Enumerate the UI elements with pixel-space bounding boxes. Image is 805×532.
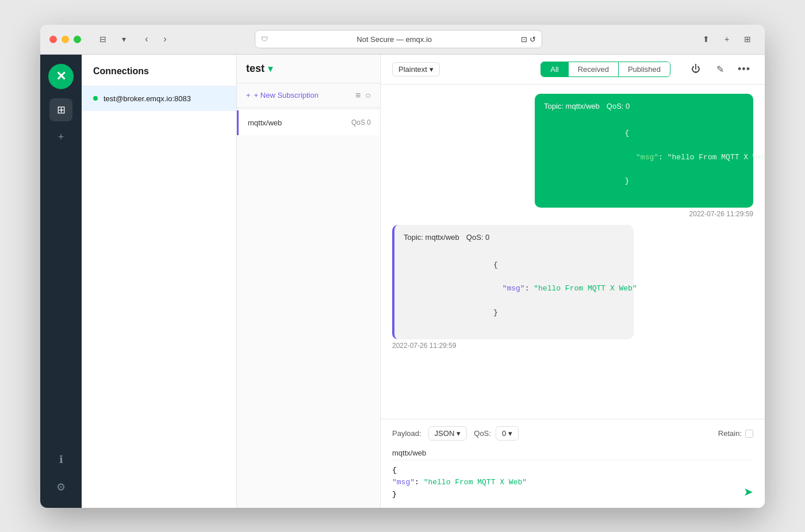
- message-area-actions: ⏻ ✎ •••: [687, 60, 753, 78]
- published-message-bubble: Topic: mqttx/web QoS: 0 { "msg": "hello …: [535, 94, 753, 208]
- message-area: Plaintext ▾ All Received Published: [381, 55, 765, 508]
- reload-icon[interactable]: ↺: [530, 35, 536, 44]
- received-topic: Topic: mqttx/web: [404, 233, 459, 242]
- compose-toolbar: Payload: JSON ▾ QoS: 0 ▾: [392, 426, 753, 441]
- published-topic: Topic: mqttx/web: [544, 102, 600, 110]
- connection-status-dot: [93, 96, 98, 101]
- shield-icon: 🛡: [261, 35, 268, 43]
- sidebar-toggle-chevron-button[interactable]: ▾: [116, 31, 132, 47]
- connection-item[interactable]: test@broker.emqx.io:8083: [82, 86, 236, 111]
- format-chevron-icon: ▾: [430, 65, 434, 74]
- main-content: ✕ ⊞ + ℹ ⚙ Connections test: [40, 55, 765, 508]
- app-logo[interactable]: ✕: [48, 64, 74, 89]
- sub-toolbar-icons: ≡ ○: [355, 90, 371, 101]
- share-button[interactable]: ⬆: [698, 31, 714, 47]
- qos-value: 0: [502, 429, 506, 438]
- filter-tab-published[interactable]: Published: [619, 62, 670, 76]
- power-button[interactable]: ⏻: [687, 60, 705, 78]
- new-tab-button[interactable]: +: [719, 31, 735, 47]
- filter-tab-received[interactable]: Received: [569, 62, 619, 76]
- minimize-button[interactable]: [62, 36, 69, 43]
- subscriptions-panel: test ▾ + + New Subscription ≡ ○: [237, 55, 381, 508]
- more-button[interactable]: •••: [735, 60, 753, 78]
- retain-label-text: Retain:: [718, 429, 742, 438]
- titlebar-controls: ⊟ ▾: [95, 31, 132, 47]
- sidebar-toggle-icon: ⊟: [99, 35, 106, 44]
- send-button[interactable]: ➤: [743, 485, 753, 499]
- received-message: Topic: mqttx/web QoS: 0 { "msg": "hello …: [392, 225, 753, 350]
- forward-button[interactable]: ›: [157, 31, 173, 47]
- sidebar-item-settings[interactable]: ⚙: [49, 476, 72, 499]
- subscription-item[interactable]: mqttx/web QoS 0: [237, 110, 380, 135]
- payload-format-value: JSON: [435, 429, 455, 438]
- close-button[interactable]: [49, 36, 57, 43]
- settings-icon: ⚙: [56, 481, 66, 493]
- list-filter-icon[interactable]: ≡: [355, 90, 361, 101]
- connections-icon: ⊞: [57, 104, 66, 116]
- edit-icon: ✎: [716, 64, 724, 75]
- traffic-lights: [49, 36, 81, 43]
- grid-icon: ⊞: [744, 35, 751, 44]
- titlebar-nav: ‹ ›: [139, 31, 173, 47]
- maximize-button[interactable]: [74, 36, 81, 43]
- payload-line3: }: [392, 489, 753, 501]
- topic-input[interactable]: [392, 446, 753, 460]
- payload-label: Payload:: [392, 429, 421, 438]
- power-icon: ⏻: [691, 64, 700, 74]
- published-topic-line: Topic: mqttx/web QoS: 0: [544, 102, 744, 110]
- received-inner: Topic: mqttx/web QoS: 0 { "msg": "hello …: [392, 225, 634, 339]
- payload-line1: {: [392, 465, 753, 477]
- dropdown-chevron-icon: ▾: [268, 63, 273, 74]
- filter-tab-all[interactable]: All: [541, 62, 568, 76]
- published-timestamp: 2022-07-26 11:29:59: [689, 210, 753, 218]
- qos-chevron: ▾: [508, 429, 512, 438]
- payload-format-chevron: ▾: [457, 429, 461, 438]
- new-subscription-button[interactable]: + + New Subscription: [246, 91, 319, 99]
- payload-line2: "msg": "hello From MQTT X Web": [392, 477, 753, 489]
- message-area-topbar: Plaintext ▾ All Received Published: [381, 55, 765, 85]
- address-actions: ⊡ ↺: [521, 35, 536, 44]
- sidebar-item-info[interactable]: ℹ: [49, 448, 72, 471]
- address-bar[interactable]: 🛡 Not Secure — emqx.io ⊡ ↺: [255, 30, 542, 48]
- format-plaintext-label: Plaintext: [398, 65, 427, 74]
- sidebar-bottom: ℹ ⚙: [49, 448, 72, 499]
- subscription-topic: mqttx/web: [248, 118, 351, 127]
- format-select[interactable]: Plaintext ▾: [392, 62, 440, 76]
- retain-control: Retain:: [718, 429, 753, 438]
- connection-name: test@broker.emqx.io:8083: [103, 94, 191, 103]
- titlebar: ⊟ ▾ ‹ › 🛡 Not Secure — emqx.io ⊡ ↺ ⬆: [40, 25, 765, 55]
- qos-selector: QoS: 0 ▾: [474, 426, 519, 441]
- add-icon: +: [58, 131, 64, 143]
- connection-title: test ▾: [246, 63, 273, 75]
- address-text: Not Secure — emqx.io: [273, 35, 516, 44]
- tabs-button[interactable]: ⊞: [739, 31, 756, 47]
- logo-icon: ✕: [56, 69, 66, 84]
- more-icon: •••: [738, 63, 750, 75]
- sidebar: ✕ ⊞ + ℹ ⚙: [40, 55, 82, 508]
- received-qos: QoS: 0: [466, 233, 489, 242]
- sidebar-toggle-button[interactable]: ⊟: [95, 31, 111, 47]
- back-button[interactable]: ‹: [139, 31, 155, 47]
- subscription-qos: QoS 0: [351, 118, 371, 127]
- edit-button[interactable]: ✎: [711, 60, 729, 78]
- plus-icon: +: [724, 35, 729, 44]
- send-icon: ➤: [743, 485, 753, 498]
- compose-area: Payload: JSON ▾ QoS: 0 ▾: [381, 419, 765, 507]
- subscriptions-header: + + New Subscription ≡ ○: [237, 83, 380, 108]
- qos-select[interactable]: 0 ▾: [496, 426, 519, 441]
- retain-checkbox[interactable]: [745, 430, 753, 438]
- circle-icon[interactable]: ○: [365, 90, 371, 101]
- connections-panel: Connections test@broker.emqx.io:8083: [82, 55, 237, 508]
- published-message-body: { "msg": "hello From MQTT X Web" }: [544, 116, 744, 200]
- titlebar-right-actions: ⬆ + ⊞: [698, 31, 756, 47]
- received-timestamp: 2022-07-26 11:29:59: [392, 342, 456, 350]
- published-qos: QoS: 0: [607, 102, 630, 110]
- sidebar-item-add[interactable]: +: [49, 126, 72, 149]
- received-message-bubble: Topic: mqttx/web QoS: 0 { "msg": "hello …: [392, 225, 634, 339]
- back-icon: ‹: [145, 34, 148, 44]
- sidebar-item-connections[interactable]: ⊞: [49, 98, 72, 121]
- payload-format-select[interactable]: JSON ▾: [428, 426, 467, 441]
- plus-icon: +: [246, 91, 251, 99]
- received-message-body: { "msg": "hello From MQTT X Web" }: [404, 247, 624, 331]
- published-message: Topic: mqttx/web QoS: 0 { "msg": "hello …: [392, 94, 753, 219]
